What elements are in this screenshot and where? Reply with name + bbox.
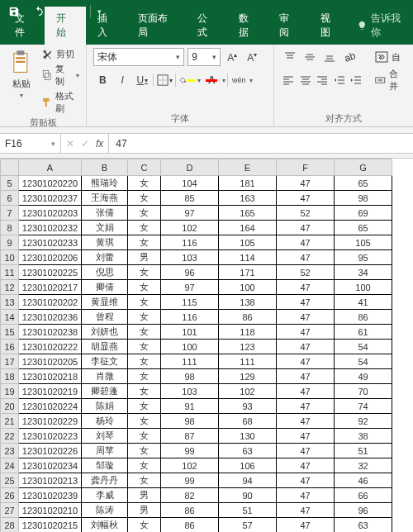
- cell[interactable]: 52: [277, 206, 335, 221]
- cell[interactable]: 杨玲: [82, 414, 128, 429]
- cell[interactable]: 12301020206: [19, 250, 82, 265]
- cell[interactable]: 111: [161, 354, 219, 369]
- cell[interactable]: 刘妍也: [82, 325, 128, 340]
- cell[interactable]: 12301020210: [19, 503, 82, 518]
- align-right-button[interactable]: [315, 71, 330, 89]
- cell[interactable]: 102: [161, 458, 219, 473]
- cell[interactable]: 女: [128, 384, 161, 399]
- cell[interactable]: 熊瑞玲: [82, 176, 128, 191]
- cell[interactable]: 47: [277, 473, 335, 488]
- cell[interactable]: 164: [219, 221, 277, 235]
- tab-review[interactable]: 审阅: [268, 7, 309, 45]
- cell[interactable]: 86: [161, 518, 219, 533]
- cell[interactable]: 47: [277, 295, 335, 310]
- row-header[interactable]: 13: [1, 295, 19, 310]
- cell[interactable]: 47: [277, 444, 335, 458]
- cell[interactable]: 86: [161, 503, 219, 518]
- cell[interactable]: 57: [219, 518, 277, 533]
- cell[interactable]: 86: [219, 310, 277, 325]
- cell[interactable]: 105: [219, 235, 277, 250]
- cell[interactable]: 47: [277, 488, 335, 503]
- cell[interactable]: 47: [277, 250, 335, 265]
- cell[interactable]: 刘幅秋: [82, 518, 128, 533]
- cell[interactable]: 171: [219, 265, 277, 280]
- cell[interactable]: 74: [335, 399, 392, 414]
- cell[interactable]: 47: [277, 518, 335, 533]
- cell[interactable]: 102: [161, 221, 219, 235]
- cell[interactable]: 61: [335, 325, 392, 340]
- cell[interactable]: 男: [128, 503, 161, 518]
- font-color-button[interactable]: A: [202, 71, 221, 89]
- cell[interactable]: 116: [161, 235, 219, 250]
- cell[interactable]: 97: [161, 206, 219, 221]
- row-header[interactable]: 5: [1, 176, 19, 191]
- row-header[interactable]: 20: [1, 399, 19, 414]
- cell[interactable]: 103: [161, 250, 219, 265]
- cell[interactable]: 刘琴: [82, 429, 128, 444]
- row-header[interactable]: 14: [1, 310, 19, 325]
- cell[interactable]: 张倩: [82, 206, 128, 221]
- cell[interactable]: 51: [219, 503, 277, 518]
- cell[interactable]: 91: [161, 399, 219, 414]
- cell[interactable]: 倪思: [82, 265, 128, 280]
- tab-home[interactable]: 开始: [45, 7, 86, 45]
- cell[interactable]: 47: [277, 310, 335, 325]
- cell[interactable]: 100: [335, 280, 392, 295]
- decrease-indent-button[interactable]: [331, 71, 346, 89]
- cell[interactable]: 女: [128, 429, 161, 444]
- row-header[interactable]: 26: [1, 488, 19, 503]
- cell[interactable]: 47: [277, 414, 335, 429]
- cell[interactable]: 47: [277, 280, 335, 295]
- cell[interactable]: 王海燕: [82, 191, 128, 206]
- cell[interactable]: 邹璇: [82, 458, 128, 473]
- cell[interactable]: 12301020237: [19, 191, 82, 206]
- cell[interactable]: 54: [335, 340, 392, 354]
- cell[interactable]: 47: [277, 458, 335, 473]
- borders-button[interactable]: ▾: [155, 71, 173, 89]
- column-header-E[interactable]: E: [219, 159, 277, 176]
- font-size-combo[interactable]: 9 ▾: [188, 48, 221, 66]
- cell[interactable]: 165: [219, 206, 277, 221]
- decrease-font-button[interactable]: A▾: [244, 48, 260, 66]
- row-header[interactable]: 23: [1, 444, 19, 458]
- cell[interactable]: 101: [161, 325, 219, 340]
- cell[interactable]: 47: [277, 325, 335, 340]
- cell[interactable]: 12301020233: [19, 235, 82, 250]
- cell[interactable]: 90: [219, 488, 277, 503]
- cell[interactable]: 47: [277, 340, 335, 354]
- row-header[interactable]: 12: [1, 280, 19, 295]
- cell[interactable]: 女: [128, 414, 161, 429]
- cell[interactable]: 102: [219, 384, 277, 399]
- merge-button[interactable]: 合并: [372, 71, 406, 89]
- cell[interactable]: 12301020215: [19, 518, 82, 533]
- cell[interactable]: 116: [161, 310, 219, 325]
- worksheet[interactable]: ABCDEFG 512301020220熊瑞玲女1041814765612301…: [0, 159, 413, 532]
- cell[interactable]: 111: [219, 354, 277, 369]
- cell[interactable]: 115: [161, 295, 219, 310]
- cell[interactable]: 96: [335, 503, 392, 518]
- cell[interactable]: 12301020238: [19, 325, 82, 340]
- cell[interactable]: 47: [277, 399, 335, 414]
- cell[interactable]: 34: [335, 265, 392, 280]
- row-header[interactable]: 22: [1, 429, 19, 444]
- cell[interactable]: 肖微: [82, 369, 128, 384]
- cell[interactable]: 100: [219, 280, 277, 295]
- cancel-formula-icon[interactable]: ✕: [66, 138, 74, 150]
- cell[interactable]: 12301020203: [19, 206, 82, 221]
- cell[interactable]: 85: [161, 191, 219, 206]
- cell[interactable]: 女: [128, 354, 161, 369]
- cell[interactable]: 49: [335, 369, 392, 384]
- row-header[interactable]: 15: [1, 325, 19, 340]
- align-left-button[interactable]: [281, 71, 296, 89]
- cell[interactable]: 97: [161, 280, 219, 295]
- cell[interactable]: 女: [128, 340, 161, 354]
- cell[interactable]: 47: [277, 176, 335, 191]
- tab-formulas[interactable]: 公式: [186, 7, 227, 45]
- cell[interactable]: 46: [335, 473, 392, 488]
- cell[interactable]: 黄显维: [82, 295, 128, 310]
- row-header[interactable]: 19: [1, 384, 19, 399]
- cell[interactable]: 47: [277, 369, 335, 384]
- row-header[interactable]: 9: [1, 235, 19, 250]
- cell[interactable]: 52: [277, 265, 335, 280]
- row-header[interactable]: 25: [1, 473, 19, 488]
